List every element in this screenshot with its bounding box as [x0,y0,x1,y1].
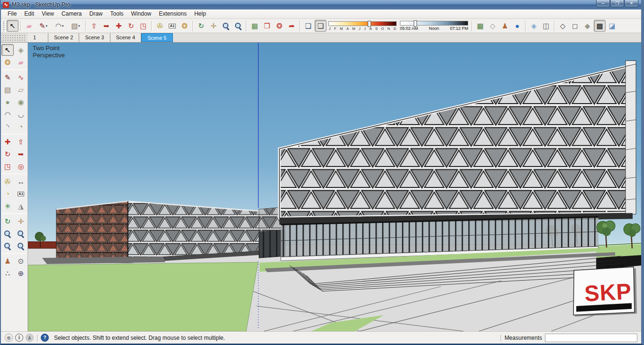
paint-bucket-tool[interactable]: ❂ [1,56,14,68]
menu-edit[interactable]: Edit [20,9,38,18]
rotate-tool[interactable]: ↻ [125,20,137,32]
scene-tab-5[interactable]: Scene 5 [141,33,172,42]
menu-window[interactable]: Window [127,9,155,18]
menu-tools[interactable]: Tools [107,9,127,18]
follow-me-tool[interactable]: ➥ [15,148,27,160]
pan-tool[interactable]: ✛ [208,20,219,32]
tape-measure-tool[interactable]: ✇ [154,20,166,32]
offset-tool[interactable]: ◎ [15,160,27,172]
scene-tab-4[interactable]: Scene 4 [110,33,141,42]
circle-tool[interactable]: ● [1,96,14,108]
month-slider-track[interactable] [328,21,397,26]
move-tool[interactable]: ✚ [113,20,125,32]
pan-tool[interactable]: ✛ [15,215,27,227]
month-slider-thumb[interactable] [368,21,371,27]
extension-warehouse-tool[interactable]: ❂ [273,20,285,32]
shadow-settings-button[interactable]: ❑ [302,20,314,32]
share-model-tool[interactable]: ➦ [286,20,298,32]
photo-map-tool[interactable]: ▦ [249,20,261,32]
model-viewport[interactable]: SKP Two Point Perspective [28,43,641,331]
time-slider-track[interactable] [400,21,468,26]
menu-draw[interactable]: Draw [86,9,107,18]
line-tool[interactable]: ✎ [1,71,14,83]
shadow-month-slider[interactable]: JFMAMJJASOND [327,20,398,32]
rectangle-tool[interactable]: ▧ [1,84,14,96]
back-edges-style-button[interactable]: ◫ [540,20,552,32]
arc-tool[interactable]: ◠ [1,108,14,120]
select-tool[interactable]: ↖ [7,20,18,32]
shaded-textures-style-button[interactable]: ▩ [594,20,606,32]
dropdown-arrow-icon[interactable]: ▾ [62,24,64,27]
paint-bucket-tool[interactable]: ❂ [179,20,190,32]
zoom-window-tool[interactable] [15,228,27,239]
orbit-tool[interactable]: ↻ [195,20,207,32]
time-slider-thumb[interactable] [414,20,417,27]
three-d-text-tool[interactable]: ◮ [15,200,27,212]
menu-camera[interactable]: Camera [58,9,86,18]
geolocation-icon[interactable]: ◉ [5,334,13,342]
zoom-tool[interactable] [220,20,232,32]
hidden-line-style-button[interactable]: ◻ [569,20,581,32]
freehand-tool[interactable]: ∿ [15,71,27,83]
shaded-style-button[interactable]: ◆ [581,20,593,32]
credits-icon[interactable]: i [15,334,23,342]
close-button[interactable]: ✕ [625,0,638,7]
zoom-extents-tool[interactable] [1,240,14,252]
scene-tab-1[interactable]: 1 [27,33,48,42]
follow-me-tool[interactable]: ➥ [100,20,112,32]
toggle-terrain-button[interactable]: ◇ [487,20,499,32]
select-tool[interactable]: ↖ [1,44,14,56]
photo-textures-button[interactable]: ♟ [499,20,511,32]
scale-tool[interactable]: ◳ [137,20,149,32]
orbit-tool[interactable]: ↻ [1,215,14,227]
position-camera-tool[interactable]: ♟ [1,255,14,267]
eraser-tool[interactable]: ▰ [23,20,35,32]
look-around-tool[interactable]: ⊙ [15,255,27,267]
text-tool[interactable]: A1 [15,188,27,200]
make-component-tool[interactable]: ◈ [15,44,27,56]
dropdown-arrow-icon[interactable]: ▾ [78,24,80,27]
rotated-rectangle-tool[interactable]: ▱ [15,84,27,96]
restore-button[interactable]: ❐ [610,0,624,7]
zoom-extents-tool[interactable] [232,20,244,32]
tape-measure-tool[interactable]: ✇ [1,176,14,187]
eraser-tool[interactable]: ▰ [15,56,27,68]
zoom-tool[interactable] [1,228,14,239]
pie-tool[interactable]: ◔ [15,121,27,133]
dropdown-arrow-icon[interactable]: ▾ [46,24,48,27]
monochrome-style-button[interactable]: ◪ [606,20,618,32]
zoom-previous-tool[interactable] [15,240,27,252]
wireframe-style-button[interactable]: ◇ [557,20,569,32]
push-pull-tool[interactable]: ⇧ [15,136,27,148]
axes-tool[interactable]: ✳ [1,200,14,212]
rectangle-tool[interactable]: ▧▾ [68,20,83,32]
line-tool[interactable]: ✎▾ [36,20,51,32]
measurements-input[interactable] [545,334,637,342]
menu-view[interactable]: View [38,9,58,18]
scene-tab-2[interactable]: Scene 2 [48,33,79,42]
push-pull-tool[interactable]: ⇧ [88,20,100,32]
signin-icon[interactable]: ♟ [26,334,34,342]
viewport-canvas[interactable]: SKP Two Point Perspective [28,43,641,331]
warehouse-3d-tool[interactable]: ❒ [261,20,273,32]
shadow-toggle-button[interactable]: ❏ [315,20,327,32]
xray-style-button[interactable]: ◈ [528,20,540,32]
dimensions-tool[interactable]: ↔ [15,176,27,187]
menu-extensions[interactable]: Extensions [155,9,190,18]
protractor-tool[interactable]: ◔ [1,188,14,200]
menu-file[interactable]: File [4,9,20,18]
scale-tool[interactable]: ◳ [1,160,14,172]
help-icon[interactable]: ? [41,334,49,342]
polygon-tool[interactable]: ◉ [15,96,27,108]
two-point-arc-tool[interactable]: ◡ [15,108,27,120]
google-earth-button[interactable]: ● [511,20,523,32]
shadow-time-slider[interactable]: 05:02 AMNoon07:12 PM [399,20,470,32]
menu-help[interactable]: Help [190,9,210,18]
arc-tool[interactable]: ◠▾ [52,20,67,32]
minimize-button[interactable]: ─ [596,0,610,7]
move-tool[interactable]: ✚ [1,136,14,148]
three-point-arc-tool[interactable]: ◝ [1,121,14,133]
rotate-tool[interactable]: ↻ [1,148,14,160]
add-location-button[interactable]: ▦ [474,20,486,32]
text-tool[interactable]: A1 [166,20,178,32]
